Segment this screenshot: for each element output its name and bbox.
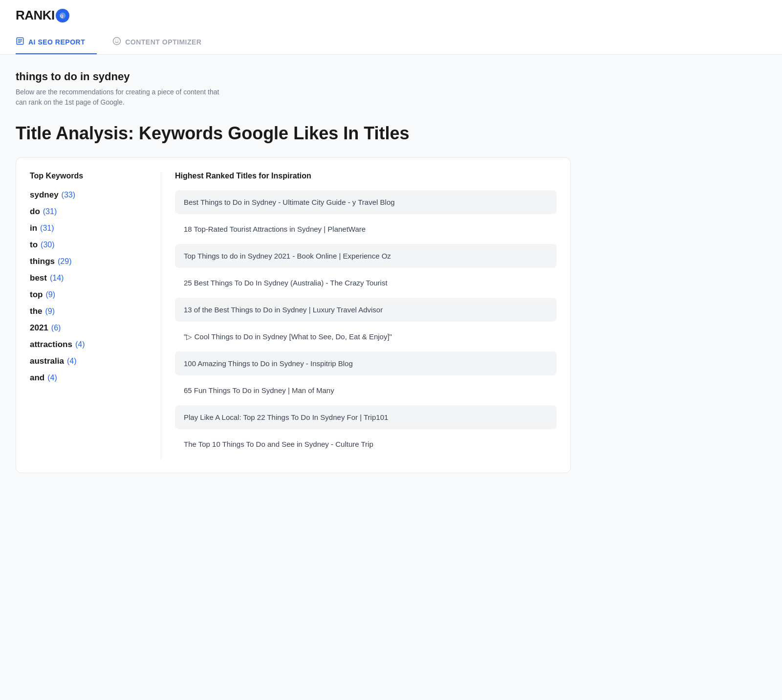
title-item: 25 Best Things To Do In Sydney (Australi… [175,271,557,295]
keyword-word: 2021 [30,323,48,333]
analysis-container: Top Keywords sydney (33) do (31) in (31)… [16,157,571,473]
tab-content-optimizer[interactable]: CONTENT OPTIMIZER [112,31,213,54]
titles-panel: Highest Ranked Titles for Inspiration Be… [175,172,557,459]
keyword-count: (14) [50,274,64,283]
keyword-count: (31) [40,224,54,233]
keyword-count: (30) [41,241,54,249]
keyword-item-do: do (31) [30,207,147,217]
title-item: 18 Top-Rated Tourist Attractions in Sydn… [175,217,557,241]
keyword-item-things: things (29) [30,257,147,266]
keyword-count: (4) [75,340,85,349]
keyword-count: (4) [67,357,77,366]
title-item: 100 Amazing Things to Do in Sydney - Ins… [175,351,557,375]
keyword-item-the: the (9) [30,306,147,316]
keyword-count: (29) [58,257,71,266]
keyword-item-best: best (14) [30,273,147,283]
logo: RANKI Q [16,8,766,23]
keyword-word: in [30,223,37,233]
keyword-count: (9) [45,290,55,299]
keyword-item-top: top (9) [30,290,147,300]
title-item: 65 Fun Things To Do in Sydney | Man of M… [175,378,557,402]
title-item: "▷ Cool Things to Do in Sydney [What to … [175,325,557,349]
title-item: Best Things to Do in Sydney - Ultimate C… [175,190,557,214]
panel-divider [161,172,161,459]
keyword-word: and [30,373,44,383]
optimizer-icon [112,37,121,47]
keyword-word: things [30,257,55,266]
keywords-panel-title: Top Keywords [30,172,147,180]
keyword-count: (4) [47,373,57,382]
tab-ai-seo-report[interactable]: AI SEO REPORT [16,31,97,54]
keyword-subtitle: Below are the recommendations for creati… [16,87,571,108]
main-content: things to do in sydney Below are the rec… [0,55,586,489]
keyword-word: best [30,273,47,283]
title-item: The Top 10 Things To Do and See in Sydne… [175,432,557,456]
keyword-info: things to do in sydney Below are the rec… [16,70,571,108]
tab-content-optimizer-label: CONTENT OPTIMIZER [125,38,201,46]
keyword-count: (6) [51,324,61,332]
keyword-item-attractions: attractions (4) [30,340,147,350]
keyword-item-and: and (4) [30,373,147,383]
keyword-word: australia [30,356,64,366]
titles-panel-title: Highest Ranked Titles for Inspiration [175,172,557,180]
tab-ai-seo-report-label: AI SEO REPORT [28,38,85,46]
report-icon [16,37,24,47]
section-title: Title Analysis: Keywords Google Likes In… [16,123,571,144]
keyword-item-2021: 2021 (6) [30,323,147,333]
title-item: Top Things to do in Sydney 2021 - Book O… [175,244,557,268]
header: RANKI Q AI SEO REPORT [0,0,782,55]
keyword-title: things to do in sydney [16,70,571,83]
title-item: 13 of the Best Things to Do in Sydney | … [175,298,557,322]
keyword-item-in: in (31) [30,223,147,233]
keyword-word: attractions [30,340,72,350]
keyword-word: top [30,290,43,300]
svg-text:Q: Q [60,14,63,18]
title-item: Play Like A Local: Top 22 Things To Do I… [175,405,557,429]
logo-icon: Q [56,9,69,22]
nav-tabs: AI SEO REPORT CONTENT OPTIMIZER [16,31,766,54]
keyword-word: do [30,207,40,217]
keyword-word: the [30,306,43,316]
keyword-word: sydney [30,190,59,200]
keywords-panel: Top Keywords sydney (33) do (31) in (31)… [30,172,147,459]
keyword-item-australia: australia (4) [30,356,147,366]
keyword-item-to: to (30) [30,240,147,250]
keyword-item-sydney: sydney (33) [30,190,147,200]
logo-text: RANKI Q [16,8,69,23]
keyword-count: (33) [62,191,75,199]
keyword-word: to [30,240,38,250]
keyword-count: (31) [43,207,57,216]
svg-point-6 [113,38,121,45]
keyword-count: (9) [45,307,55,316]
